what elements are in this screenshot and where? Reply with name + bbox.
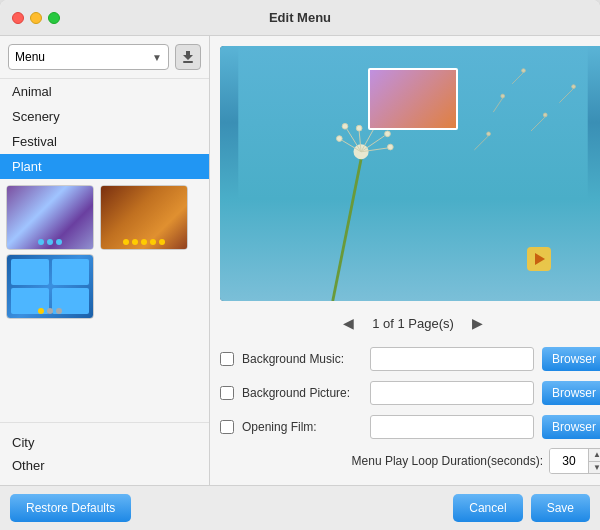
bg-music-row: Background Music: Browser	[220, 345, 600, 373]
svg-point-9	[388, 144, 394, 150]
svg-point-13	[337, 136, 343, 142]
preview-background: Film1	[220, 46, 600, 301]
bg-picture-row: Background Picture: Browser	[220, 379, 600, 407]
page-indicator: 1 of 1 Page(s)	[372, 316, 454, 331]
play-button[interactable]	[527, 247, 551, 271]
play-icon	[535, 253, 545, 265]
svg-point-21	[522, 69, 526, 73]
download-button[interactable]	[175, 44, 201, 70]
sidebar-item-other[interactable]: Other	[12, 454, 197, 477]
main-panel: Film1 ◀ 1 of 1 Page(s) ▶ Background	[210, 36, 600, 485]
loop-input-wrap: ▲ ▼	[549, 448, 600, 474]
bg-picture-input[interactable]	[370, 381, 534, 405]
opening-film-input[interactable]	[370, 415, 534, 439]
bg-music-checkbox[interactable]	[220, 352, 234, 366]
edit-menu-window: Edit Menu Menu ▼ Menu	[0, 0, 600, 530]
window-title: Edit Menu	[269, 10, 331, 25]
thumbnail-1[interactable]	[6, 185, 94, 250]
opening-film-row: Opening Film: Browser	[220, 413, 600, 441]
traffic-lights	[12, 12, 60, 24]
svg-point-7	[385, 131, 391, 137]
loop-decrement-button[interactable]: ▼	[589, 461, 600, 473]
loop-duration-row: Menu Play Loop Duration(seconds): ▲ ▼	[220, 447, 600, 475]
loop-increment-button[interactable]: ▲	[589, 449, 600, 461]
bg-picture-checkbox[interactable]	[220, 386, 234, 400]
menu-item-plant[interactable]: Plant	[0, 154, 209, 179]
main-content: Menu ▼ Menu Animal Scenery Festival	[0, 36, 600, 485]
opening-film-label: Opening Film:	[242, 420, 362, 434]
svg-point-19	[501, 94, 505, 98]
pagination: ◀ 1 of 1 Page(s) ▶	[220, 309, 600, 337]
footer: Restore Defaults Cancel Save	[0, 485, 600, 530]
menu-item-festival[interactable]: Festival	[0, 129, 209, 154]
save-button[interactable]: Save	[531, 494, 590, 522]
svg-point-11	[342, 123, 348, 129]
thumbnail-3[interactable]	[6, 254, 94, 319]
thumbnails-section	[0, 179, 209, 422]
svg-point-15	[356, 125, 362, 131]
bg-music-browser-button[interactable]: Browser	[542, 347, 600, 371]
footer-left: Restore Defaults	[10, 494, 131, 522]
restore-defaults-button[interactable]: Restore Defaults	[10, 494, 131, 522]
minimize-button[interactable]	[30, 12, 42, 24]
loop-label: Menu Play Loop Duration(seconds):	[352, 454, 543, 468]
thumb-row-1	[6, 185, 203, 250]
sidebar-top: Menu ▼ Menu	[0, 36, 209, 79]
svg-point-23	[543, 113, 547, 117]
bg-picture-label: Background Picture:	[242, 386, 362, 400]
loop-spinners: ▲ ▼	[588, 449, 600, 473]
opening-film-browser-button[interactable]: Browser	[542, 415, 600, 439]
maximize-button[interactable]	[48, 12, 60, 24]
menu-list: Animal Scenery Festival Plant	[0, 79, 209, 179]
menu-dropdown[interactable]: Menu ▼ Menu	[8, 44, 169, 70]
bg-picture-browser-button[interactable]: Browser	[542, 381, 600, 405]
sidebar-bottom: City Other	[0, 422, 209, 485]
titlebar: Edit Menu	[0, 0, 600, 36]
close-button[interactable]	[12, 12, 24, 24]
sidebar: Menu ▼ Menu Animal Scenery Festival	[0, 36, 210, 485]
svg-rect-0	[183, 61, 193, 63]
bg-music-input[interactable]	[370, 347, 534, 371]
thumbnail-2[interactable]	[100, 185, 188, 250]
prev-page-button[interactable]: ◀	[337, 313, 360, 333]
footer-right: Cancel Save	[453, 494, 590, 522]
next-page-button[interactable]: ▶	[466, 313, 489, 333]
menu-item-animal[interactable]: Animal	[0, 79, 209, 104]
svg-point-27	[487, 132, 491, 136]
svg-point-25	[572, 85, 576, 89]
preview-area: Film1	[220, 46, 600, 301]
loop-duration-input[interactable]	[550, 449, 588, 473]
menu-item-scenery[interactable]: Scenery	[0, 104, 209, 129]
opening-film-checkbox[interactable]	[220, 420, 234, 434]
thumb-row-2	[6, 254, 203, 319]
options-section: Background Music: Browser Background Pic…	[220, 345, 600, 475]
cancel-button[interactable]: Cancel	[453, 494, 522, 522]
download-icon	[181, 50, 195, 64]
film-thumbnail[interactable]: Film1	[368, 68, 458, 130]
film-label: Film1	[397, 129, 429, 130]
bg-music-label: Background Music:	[242, 352, 362, 366]
sidebar-item-city[interactable]: City	[12, 431, 197, 454]
